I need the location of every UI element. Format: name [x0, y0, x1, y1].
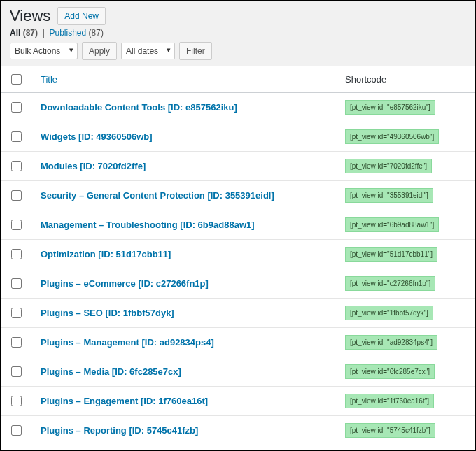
shortcode-pill[interactable]: [pt_view id="49360506wb"] [345, 129, 439, 144]
row-checkbox[interactable] [11, 396, 22, 406]
view-title-link[interactable]: Plugins – Engagement [ID: 1f760ea16t] [41, 396, 208, 406]
row-checkbox[interactable] [11, 190, 22, 201]
view-title-link[interactable]: Security – General Content Protection [I… [41, 190, 274, 201]
row-checkbox[interactable] [11, 131, 22, 142]
filter-all-count: (87) [23, 28, 38, 38]
row-checkbox[interactable] [11, 337, 22, 348]
table-row: Plugins – Reporting [ID: 5745c41fzb][pt_… [1, 416, 475, 445]
col-shortcode: Shortcode [338, 66, 475, 93]
table-row: Security – General Content Protection [I… [1, 181, 475, 210]
page-header: Views Add New [1, 1, 475, 28]
shortcode-pill[interactable]: [pt_view id="7020fd2ffe"] [345, 159, 432, 173]
shortcode-pill[interactable]: [pt_view id="ad92834ps4"] [345, 335, 438, 350]
view-title-link[interactable]: Management – Troubleshooting [ID: 6b9ad8… [41, 220, 255, 230]
shortcode-pill[interactable]: [pt_view id="1fbbf57dyk"] [345, 306, 433, 320]
app-frame: Views Add New All (87) | Published (87) … [0, 0, 476, 451]
row-checkbox[interactable] [11, 249, 22, 259]
table-row: Plugins – Management [ID: ad92834ps4][pt… [1, 328, 475, 357]
row-checkbox[interactable] [11, 366, 22, 377]
view-title-link[interactable]: Plugins – eCommerce [ID: c27266fn1p] [41, 278, 209, 289]
view-title-link[interactable]: Plugins – Reporting [ID: 5745c41fzb] [41, 425, 198, 436]
view-title-link[interactable]: Downloadable Content Tools [ID: e857562i… [41, 102, 237, 113]
table-row: Modules [ID: 7020fd2ffe][pt_view id="702… [1, 152, 475, 181]
table-row: Downloadable Content Tools [ID: e857562i… [1, 93, 475, 122]
row-checkbox[interactable] [11, 425, 22, 436]
col-checkbox [1, 66, 34, 93]
col-title[interactable]: Title [34, 66, 338, 93]
filter-button[interactable]: Filter [179, 42, 212, 60]
shortcode-pill[interactable]: [pt_view id="1f760ea16t"] [345, 394, 434, 408]
select-all-checkbox[interactable] [11, 74, 22, 85]
filter-published-count: (87) [89, 28, 104, 38]
table-row: Plugins – Engagement [ID: 1f760ea16t][pt… [1, 387, 475, 416]
apply-button[interactable]: Apply [82, 42, 117, 60]
table-row: Plugins – Media [ID: 6fc285e7cx][pt_view… [1, 357, 475, 387]
row-checkbox[interactable] [11, 161, 22, 171]
table-row: Widgets [ID: 49360506wb][pt_view id="493… [1, 122, 475, 152]
shortcode-pill[interactable]: [pt_view id="5745c41fzb"] [345, 423, 435, 438]
table-row: Management – Troubleshooting [ID: 6b9ad8… [1, 210, 475, 240]
filter-all-link[interactable]: All (87) [10, 28, 40, 38]
view-title-link[interactable]: Optimization [ID: 51d17cbb11] [41, 249, 171, 259]
row-checkbox[interactable] [11, 308, 22, 318]
shortcode-pill[interactable]: [pt_view id="c27266fn1p"] [345, 276, 435, 291]
page-title: Views [10, 7, 50, 25]
row-checkbox[interactable] [11, 220, 22, 230]
views-table: Title Shortcode Downloadable Content Too… [1, 66, 475, 451]
shortcode-pill[interactable]: [pt_view id="51d17cbb11"] [345, 247, 438, 262]
table-row: Optimization [ID: 51d17cbb11][pt_view id… [1, 240, 475, 269]
shortcode-pill[interactable]: [pt_view id="6fc285e7cx"] [345, 364, 435, 379]
shortcode-pill[interactable]: [pt_view id="355391eidl"] [345, 188, 433, 203]
view-title-link[interactable]: Plugins – SEO [ID: 1fbbf57dyk] [41, 308, 174, 318]
shortcode-pill[interactable]: [pt_view id="e857562iku"] [345, 100, 435, 115]
view-title-link[interactable]: Plugins – Management [ID: ad92834ps4] [41, 337, 214, 348]
bulk-actions-select[interactable]: Bulk Actions [10, 43, 78, 59]
status-filter-bar: All (87) | Published (87) [1, 28, 475, 42]
row-checkbox[interactable] [11, 278, 22, 289]
filter-published-link[interactable]: Published (87) [50, 28, 104, 38]
table-row: Plugins – eCommerce [ID: c27266fn1p][pt_… [1, 269, 475, 299]
filter-published-label: Published [50, 28, 87, 38]
row-checkbox[interactable] [11, 102, 22, 113]
date-filter-select[interactable]: All dates [121, 43, 175, 59]
view-title-link[interactable]: Modules [ID: 7020fd2ffe] [41, 161, 146, 171]
add-new-button[interactable]: Add New [57, 7, 106, 25]
table-row: Plugins – SEO [ID: 1fbbf57dyk][pt_view i… [1, 299, 475, 328]
shortcode-pill[interactable]: [pt_view id="6b9ad88aw1"] [345, 217, 439, 232]
table-row: Plugins – Security [ID: ed12572vnj][pt_v… [1, 445, 475, 452]
filter-all-label: All [10, 28, 20, 38]
view-title-link[interactable]: Plugins – Media [ID: 6fc285e7cx] [41, 366, 181, 377]
table-toolbar: Bulk Actions Apply All dates Filter [1, 42, 475, 66]
view-title-link[interactable]: Widgets [ID: 49360506wb] [41, 131, 153, 142]
